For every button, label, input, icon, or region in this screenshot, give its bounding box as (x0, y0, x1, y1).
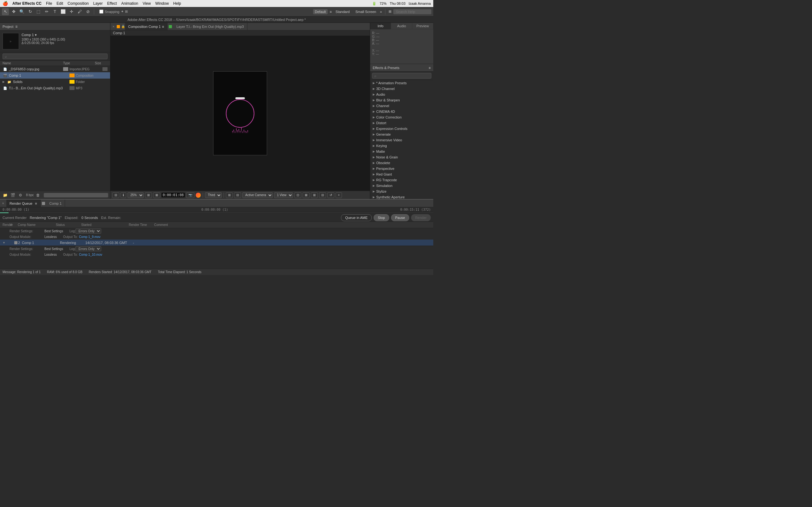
log-select[interactable]: Errors Only (75, 228, 101, 233)
grid-btn[interactable]: ⊞ (226, 192, 233, 198)
new-comp-btn[interactable]: 🎬 (9, 192, 16, 199)
search-help-input[interactable] (393, 9, 432, 14)
effects-category-animation[interactable]: ▶ * Animation Presets (370, 80, 433, 86)
output-module-label[interactable]: Output Module: (9, 235, 44, 239)
rotate-tool[interactable]: ↻ (27, 8, 34, 15)
queue-ame-btn[interactable]: Queue in AME (341, 214, 372, 221)
project-menu-icon[interactable]: ≡ (15, 24, 17, 29)
fit-btn[interactable]: ⊞ (145, 192, 152, 198)
brush-tool[interactable]: ✏ (43, 8, 50, 15)
render-tab-close[interactable]: ✕ (0, 202, 6, 205)
comp-region-btn[interactable]: ⊟ (112, 192, 119, 198)
3d-btn[interactable]: ⊞ (311, 192, 318, 198)
effects-category-stylize[interactable]: ▶ Stylize (370, 188, 433, 194)
camera-select[interactable]: Active Camera (242, 192, 273, 198)
comp-info-btn[interactable]: ℹ (120, 192, 126, 198)
menu-effect[interactable]: Effect (107, 1, 117, 6)
tab-menu-icon[interactable]: ≡ (162, 25, 164, 29)
tab-info[interactable]: Info (370, 23, 391, 29)
camera-tool[interactable]: ⬚ (35, 8, 42, 15)
shape-tool[interactable]: ⬜ (60, 8, 67, 15)
row-expand-icon[interactable]: ▼ (3, 241, 5, 244)
file-item-comp[interactable]: 🎬 Comp 1 Composition (0, 72, 110, 78)
render-btn-main[interactable]: Render (411, 214, 431, 221)
view-mode-select[interactable]: Third (205, 192, 222, 198)
effects-category-keying[interactable]: ▶ Keying (370, 143, 433, 149)
anchor-tool[interactable]: ✛ (68, 8, 75, 15)
render-settings-label[interactable]: Render Settings: (9, 229, 44, 233)
output-module-value2[interactable]: Lossless (44, 253, 57, 257)
camera-icon-btn[interactable]: 📷 (186, 192, 194, 198)
effects-category-channel[interactable]: ▶ Channel (370, 103, 433, 109)
project-search-input[interactable] (3, 54, 107, 59)
effects-category-audio[interactable]: ▶ Audio (370, 92, 433, 97)
menu-animation[interactable]: Animation (121, 1, 138, 6)
menu-composition[interactable]: Composition (67, 1, 89, 6)
effects-category-obsolete[interactable]: ▶ Obsolete (370, 160, 433, 166)
effects-category-redgiant[interactable]: ▶ Red Giant (370, 171, 433, 177)
menu-view[interactable]: View (143, 1, 151, 6)
effects-category-rgtrapcode[interactable]: ▶ RG Trapcode (370, 177, 433, 183)
workspace-default[interactable]: Default (313, 9, 328, 14)
comp-name-display[interactable]: Comp 1 ▾ (21, 33, 65, 37)
effects-category-color[interactable]: ▶ Color Correction (370, 114, 433, 120)
menu-file[interactable]: File (46, 1, 52, 6)
menu-layer[interactable]: Layer (93, 1, 103, 6)
render-settings-label2[interactable]: Render Settings: (9, 247, 44, 250)
file-item[interactable]: 📄 _DSF6853 copy.jpg ImporterJPEG (0, 66, 110, 72)
render-btn[interactable]: ⊡ (294, 192, 301, 198)
output-module-label2[interactable]: Output Module: (9, 253, 44, 257)
render-row-active[interactable]: ▼ 2 Comp 1 Rendering 14/12/2017, 08:03:3… (0, 239, 433, 246)
comp-timecode[interactable]: 0:00:01:08 (161, 193, 185, 198)
effects-category-cinema4d[interactable]: ▶ CINEMA 4D (370, 109, 433, 114)
zoom-select[interactable]: 25% (128, 192, 144, 198)
tab-layer[interactable]: Layer T.I.- Bring Em Out (High Quality).… (173, 23, 247, 30)
comp-canvas[interactable] (110, 36, 370, 191)
effects-search-input[interactable] (372, 73, 432, 78)
pixel-btn[interactable]: ⊠ (153, 192, 160, 198)
reset-btn[interactable]: ↺ (327, 192, 334, 198)
new-folder-btn[interactable]: 📁 (2, 192, 8, 199)
workspace-chevron[interactable]: » (380, 10, 382, 14)
paint-tool[interactable]: ⊘ (84, 8, 91, 15)
effects-category-immersive[interactable]: ▶ Immersive Video (370, 137, 433, 143)
output-to-value2[interactable]: Comp 1_10.mov (79, 253, 102, 257)
menu-help[interactable]: Help (173, 1, 181, 6)
effects-category-blur[interactable]: ▶ Blur & Sharpen (370, 97, 433, 103)
text-tool[interactable]: T (51, 8, 58, 15)
motion-blur-btn[interactable]: ⊟ (319, 192, 326, 198)
file-item-solids[interactable]: ▶ 📁 Solids Folder (0, 78, 110, 85)
render-settings-value[interactable]: Best Settings (44, 229, 63, 233)
effects-category-distort[interactable]: ▶ Distort (370, 120, 433, 126)
tab-audio[interactable]: Audio (391, 23, 412, 29)
file-item-mp3[interactable]: 📄 T.I.- B...Em Out (High Quality).mp3 MP… (0, 85, 110, 91)
effects-category-simulation[interactable]: ▶ Simulation (370, 183, 433, 188)
output-module-value[interactable]: Lossless (44, 235, 57, 239)
effects-category-matte[interactable]: ▶ Matte (370, 149, 433, 154)
selection-tool[interactable]: ↖ (2, 8, 9, 15)
workspace-small[interactable]: Small Screen (353, 9, 378, 14)
effects-menu[interactable]: ≡ (429, 66, 431, 70)
bit-depth[interactable]: 8 bpc (26, 193, 34, 197)
render-queue-menu[interactable]: ≡ (35, 202, 37, 205)
effects-category-perspective[interactable]: ▶ Perspective (370, 166, 433, 171)
tab-close-btn[interactable]: ✕ (110, 25, 117, 28)
pen-tool[interactable]: ✥ (10, 8, 17, 15)
apple-menu[interactable]: 🍎 (3, 1, 8, 6)
effects-category-3d[interactable]: ▶ 3D Channel (370, 86, 433, 92)
tab-comp1[interactable]: Comp 1 (46, 200, 65, 207)
views-select[interactable]: 1 View (274, 192, 293, 198)
toggle-btn[interactable]: ⊠ (303, 192, 310, 198)
snapping-checkbox[interactable] (99, 9, 103, 14)
render-settings-value2[interactable]: Best Settings (44, 247, 63, 250)
output-to-value[interactable]: Comp 1_9.mov (79, 235, 101, 239)
menu-window[interactable]: Window (155, 1, 169, 6)
settings-btn[interactable]: ⚙ (17, 192, 23, 199)
effects-category-expression[interactable]: ▶ Expression Controls (370, 126, 433, 131)
effects-category-synthetic[interactable]: ▶ Synthetic Aperture (370, 194, 433, 199)
effects-category-noise[interactable]: ▶ Noise & Grain (370, 154, 433, 160)
plus-btn[interactable]: + (336, 192, 342, 198)
effects-category-generate[interactable]: ▶ Generate (370, 131, 433, 137)
log-select2[interactable]: Errors Only (75, 246, 101, 251)
tab-composition[interactable]: Composition Comp 1 ≡ (125, 23, 167, 30)
